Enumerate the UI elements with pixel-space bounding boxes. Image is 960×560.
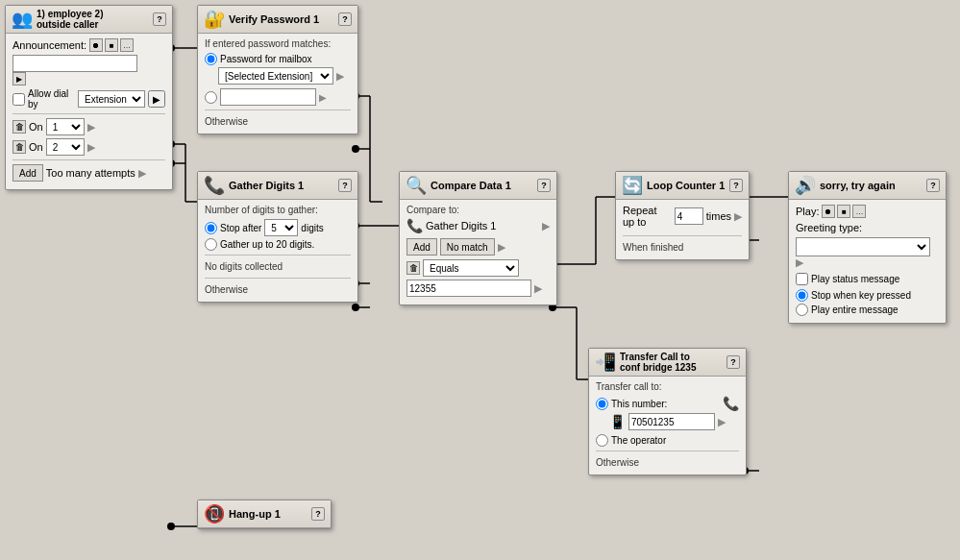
verify-node-header: 🔐 Verify Password 1 ? — [198, 6, 357, 34]
play-entire-radio[interactable] — [796, 304, 808, 316]
hangup-node: 📵 Hang-up 1 ? — [197, 499, 332, 529]
gather-help-btn[interactable]: ? — [338, 179, 352, 192]
allow-dial-arrow[interactable]: ▶ — [148, 90, 165, 108]
gather-digits-ref: Gather Digits 1 — [426, 220, 496, 231]
greeting-type-label: Greeting type: — [796, 222, 862, 233]
gather-otherwise: Otherwise — [205, 282, 351, 297]
if-label: If entered password matches: — [205, 38, 351, 49]
verify-help-btn[interactable]: ? — [338, 12, 352, 26]
start-add-btn[interactable]: Add — [12, 164, 43, 182]
play-status-label: Play status message — [811, 274, 899, 284]
svg-point-35 — [167, 523, 175, 530]
start-icon: 👥 — [12, 9, 33, 30]
play-sorry-node: 🔊 sorry, try again ? Play: ⏺ ■ … Greetin… — [788, 171, 947, 324]
transfer-help-btn[interactable]: ? — [726, 355, 740, 369]
stop-after-select[interactable]: 5 — [264, 219, 298, 236]
compare-title: Compare Data 1 — [431, 180, 511, 191]
play-sorry-stop-btn[interactable]: ■ — [837, 205, 850, 218]
stop-after-radio[interactable] — [205, 222, 217, 234]
transfer-icon: 📲 — [595, 352, 616, 373]
compare-delete-btn[interactable]: 🗑 — [406, 261, 420, 275]
stop-after-label: Stop after — [220, 223, 261, 233]
canvas: 👥 1) employee 2) outside caller ? Announ… — [0, 0, 960, 560]
verify-icon: 🔐 — [204, 9, 225, 30]
play-sorry-play-btn[interactable]: … — [852, 205, 866, 218]
verify-other-input[interactable] — [220, 88, 316, 106]
play-sorry-help-btn[interactable]: ? — [926, 179, 940, 192]
loop-icon: 🔄 — [622, 175, 643, 196]
password-for-mailbox-radio[interactable] — [205, 53, 217, 65]
gather-icon: 📞 — [204, 175, 225, 196]
verify-other-radio[interactable] — [205, 91, 217, 104]
password-option-label: Password for mailbox — [220, 54, 312, 64]
play-entire-label: Play entire message — [811, 304, 898, 315]
play-sorry-record-btn[interactable]: ⏺ — [822, 205, 835, 218]
verify-title: Verify Password 1 — [229, 13, 319, 25]
on1-label: On — [29, 121, 43, 133]
no-match-btn[interactable]: No match — [440, 238, 495, 256]
digits-label: digits — [301, 223, 323, 233]
when-finished-label: When finished — [623, 240, 742, 255]
operator-radio[interactable] — [596, 434, 608, 447]
phone-icon: 📱 — [609, 414, 626, 429]
operator-label: The operator — [611, 435, 666, 446]
phone-number-input[interactable] — [628, 413, 715, 430]
gather-up-radio[interactable] — [205, 238, 217, 251]
start-help-btn[interactable]: ? — [153, 12, 166, 26]
loop-node: 🔄 Loop Counter 1 ? Repeat up to times ▶ … — [615, 171, 750, 260]
repeat-label: Repeat up to — [623, 205, 672, 228]
transfer-otherwise: Otherwise — [596, 455, 739, 470]
play-record-btn[interactable]: ⏺ — [89, 38, 103, 52]
gather-node-header: 📞 Gather Digits 1 ? — [198, 172, 357, 200]
announcement-label: Announcement: — [12, 39, 86, 51]
allow-dial-label: Allow dial by — [28, 88, 75, 110]
transfer-title: Transfer Call to conf bridge 1235 — [620, 352, 696, 373]
svg-point-26 — [352, 145, 359, 153]
delete-on2-btn[interactable]: 🗑 — [12, 140, 26, 154]
transfer-to-label: Transfer call to: — [596, 381, 739, 392]
play-play-btn[interactable]: … — [120, 38, 134, 52]
play-stop-btn[interactable]: ■ — [105, 38, 118, 52]
times-label: times — [706, 210, 731, 222]
loop-node-header: 🔄 Loop Counter 1 ? — [616, 172, 749, 200]
compare-node: 🔍 Compare Data 1 ? Compare to: 📞 Gather … — [399, 171, 557, 305]
announcement-input[interactable] — [12, 55, 137, 72]
too-many-label: Too many attempts — [46, 167, 135, 179]
play-sorry-title: sorry, try again — [820, 180, 896, 191]
start-title: 1) employee 2) outside caller — [37, 9, 103, 30]
hangup-node-header: 📵 Hang-up 1 ? — [198, 500, 331, 528]
compare-to-label: Compare to: — [406, 205, 550, 215]
play-sorry-icon: 🔊 — [795, 175, 816, 196]
play-label: Play: — [796, 206, 819, 217]
allow-dial-select[interactable]: Extension — [78, 90, 145, 108]
play-sorry-header: 🔊 sorry, try again ? — [789, 172, 946, 200]
compare-node-header: 🔍 Compare Data 1 ? — [400, 172, 556, 200]
this-number-label: This number: — [611, 399, 667, 409]
svg-point-29 — [352, 304, 359, 311]
on2-select[interactable]: 2 — [46, 138, 85, 156]
selected-extension-select[interactable]: [Selected Extension] — [218, 67, 333, 85]
transfer-phone-icon: 📞 — [723, 396, 739, 411]
stop-when-key-radio[interactable] — [796, 289, 808, 302]
announcement-play-btn[interactable]: ▶ — [12, 72, 26, 85]
this-number-radio[interactable] — [596, 398, 608, 410]
compare-help-btn[interactable]: ? — [537, 179, 551, 192]
on1-select[interactable]: 1 — [46, 118, 85, 135]
play-status-checkbox[interactable] — [796, 273, 808, 285]
hangup-title: Hang-up 1 — [229, 508, 281, 520]
allow-dial-checkbox[interactable] — [12, 93, 25, 106]
start-node: 👥 1) employee 2) outside caller ? Announ… — [5, 5, 173, 190]
hangup-help-btn[interactable]: ? — [311, 507, 325, 521]
loop-title: Loop Counter 1 — [647, 180, 725, 191]
compare-value-input[interactable] — [406, 280, 531, 297]
gather-node: 📞 Gather Digits 1 ? Number of digits to … — [197, 171, 358, 303]
gather-digits-icon: 📞 — [406, 218, 423, 233]
start-node-header: 👥 1) employee 2) outside caller ? — [6, 6, 172, 34]
repeat-input[interactable] — [675, 207, 703, 225]
compare-add-btn[interactable]: Add — [406, 238, 437, 256]
delete-on1-btn[interactable]: 🗑 — [12, 120, 26, 134]
loop-help-btn[interactable]: ? — [729, 179, 743, 192]
greeting-type-select[interactable] — [796, 237, 930, 256]
num-digits-label: Number of digits to gather: — [205, 205, 351, 215]
equals-select[interactable]: Equals — [423, 259, 519, 277]
